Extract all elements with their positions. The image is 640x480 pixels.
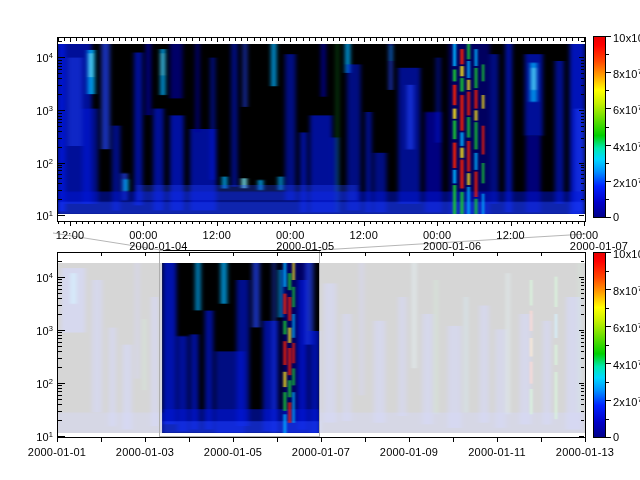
event-segment [284, 294, 287, 314]
event-segment [284, 392, 287, 411]
spectral-streak [170, 44, 183, 98]
zoom-connector-line-left [53, 233, 161, 250]
spectral-streak [68, 58, 83, 146]
event-segment [460, 78, 463, 92]
spectral-streak [252, 263, 259, 328]
event-segment [475, 90, 478, 109]
spectral-streak [124, 179, 129, 191]
event-segment [284, 341, 287, 365]
event-segment [460, 148, 463, 158]
spectral-streak [162, 421, 320, 433]
event-segment [453, 85, 456, 105]
spectral-streak [231, 44, 237, 187]
colorbar [593, 252, 605, 437]
top-spectrogram-data-area[interactable] [57, 44, 585, 214]
spectral-streak [321, 44, 326, 97]
spectral-streak [390, 46, 392, 61]
event-segment [292, 314, 294, 338]
spectral-streak [532, 68, 535, 90]
spectral-streak [210, 58, 215, 180]
event-segment [475, 68, 478, 88]
event-segment [453, 70, 456, 82]
colorbar [593, 36, 605, 217]
event-segment [460, 95, 463, 131]
event-segment [482, 194, 484, 214]
event-segment [453, 109, 456, 119]
event-segment [467, 61, 470, 78]
spectral-streak [285, 54, 296, 200]
event-segment [475, 199, 478, 214]
spectral-streak [101, 44, 109, 149]
event-segment [288, 273, 291, 290]
event-segment [292, 287, 294, 307]
event-segment [467, 44, 470, 59]
spectrogram-figure [0, 0, 640, 480]
event-segment [292, 343, 294, 363]
spectral-streak [89, 53, 92, 77]
spectral-streak [136, 185, 358, 200]
event-segment [467, 173, 470, 185]
event-segment [475, 110, 478, 120]
event-segment [288, 328, 291, 343]
event-segment [284, 372, 287, 387]
spectral-streak [195, 44, 199, 132]
event-segment [284, 321, 287, 335]
spectral-streak [163, 263, 177, 425]
spectral-streak [162, 53, 164, 75]
spectral-streak [195, 263, 200, 311]
event-segment [467, 92, 470, 116]
event-segment [453, 44, 456, 66]
event-segment [467, 141, 470, 172]
spectral-streak [407, 85, 414, 150]
event-segment [288, 380, 291, 397]
event-segment [460, 66, 463, 76]
spectral-streak [237, 280, 250, 426]
event-segment [460, 160, 463, 189]
streak-group [57, 44, 585, 214]
event-segment [467, 187, 470, 214]
event-segment [460, 192, 463, 214]
event-segment [482, 163, 484, 183]
spectral-streak [243, 44, 247, 107]
event-segment [453, 143, 456, 169]
spectral-streak [221, 263, 227, 304]
event-segment [288, 297, 291, 321]
zoom-connector-line-right [321, 234, 587, 250]
event-segment [284, 414, 287, 433]
spectral-streak [146, 44, 151, 115]
event-segment [453, 170, 456, 184]
spectral-streak [272, 263, 275, 433]
event-segment [475, 122, 478, 149]
event-segment [467, 80, 470, 90]
spectral-streak [82, 109, 98, 204]
event-segment [288, 348, 291, 375]
event-segment [288, 402, 291, 422]
spectral-streak [271, 44, 276, 87]
dimmed-region-right [320, 263, 585, 433]
event-segment [482, 64, 484, 81]
event-segment [482, 95, 484, 109]
event-segment [453, 185, 456, 214]
event-segment [292, 392, 294, 423]
spectral-streak [134, 53, 142, 206]
event-segment [460, 49, 463, 64]
dimmed-region-left [57, 263, 162, 433]
event-segment [292, 368, 294, 385]
spectrogram-viewer-window: 10410310210110x1078x1076x1074x1072x10701… [0, 0, 640, 480]
event-segment [467, 117, 470, 137]
event-segment [482, 126, 484, 155]
event-segment [475, 153, 478, 170]
spectral-streak [57, 202, 585, 214]
spectral-streak [505, 44, 512, 212]
event-segment [475, 172, 478, 198]
event-segment [460, 132, 463, 146]
spectral-streak [555, 61, 564, 204]
event-segment [453, 121, 456, 140]
event-segment [284, 263, 287, 287]
event-segment [292, 263, 294, 280]
spectral-streak [436, 58, 441, 143]
spectral-streak [490, 54, 498, 204]
event-segment [475, 49, 478, 66]
